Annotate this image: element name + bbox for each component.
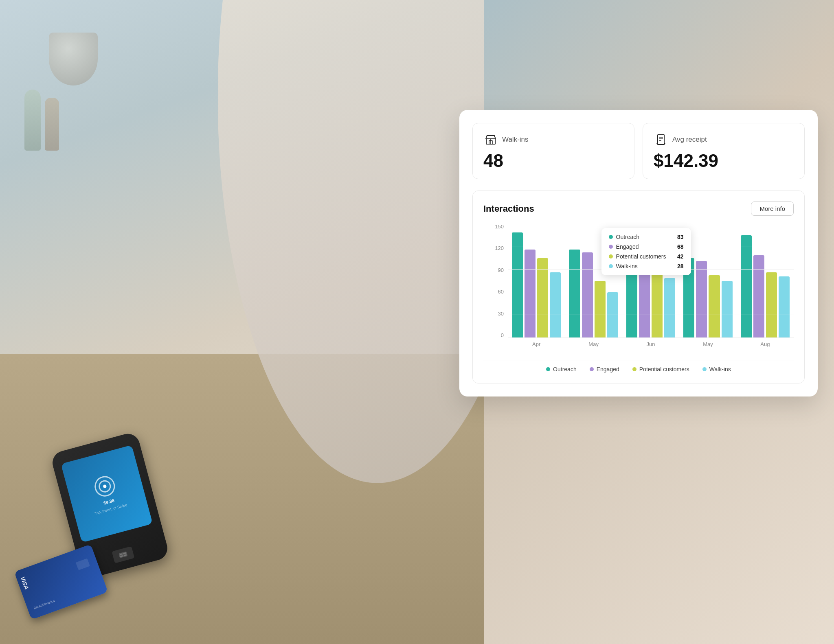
x-label-may: May <box>565 341 622 347</box>
x-label-apr: Apr <box>508 341 565 347</box>
x-label-may2: May <box>679 341 736 347</box>
interactions-header: Interactions More info <box>483 202 794 216</box>
legend-engaged-label: Engaged <box>597 366 619 372</box>
chart-tooltip: Outreach 83 Engaged 68 Potential custome… <box>601 228 691 275</box>
legend-walkins-dot <box>702 367 707 371</box>
tooltip-walkins-label: Walk-ins <box>616 263 638 269</box>
svg-rect-4 <box>658 135 664 145</box>
tooltip-engaged-value: 68 <box>677 243 684 250</box>
bar-engaged-0 <box>525 250 536 338</box>
y-label-30: 30 <box>483 311 504 316</box>
tooltip-potential: Potential customers 42 <box>609 253 684 260</box>
legend-walkins: Walk-ins <box>702 366 731 372</box>
receipt-icon <box>654 132 668 147</box>
tooltip-outreach-label: Outreach <box>616 234 640 240</box>
avg-receipt-header: Avg receipt <box>654 132 794 147</box>
legend-engaged-dot <box>590 367 594 371</box>
y-label-120: 120 <box>483 245 504 251</box>
avg-receipt-metric-card: Avg receipt $142.39 <box>643 123 805 179</box>
tooltip-potential-value: 42 <box>677 253 684 260</box>
y-label-90: 90 <box>483 267 504 273</box>
tooltip-potential-label-wrapper: Potential customers <box>609 253 677 260</box>
bar-engaged-3 <box>696 261 707 338</box>
legend-outreach-dot <box>546 367 550 371</box>
tooltip-potential-label: Potential customers <box>616 253 666 260</box>
legend-walkins-label: Walk-ins <box>709 366 731 372</box>
avg-receipt-value: $142.39 <box>654 152 794 170</box>
tooltip-walkins-dot <box>609 264 613 268</box>
y-label-0: 0 <box>483 333 504 338</box>
bar-potential-2 <box>652 272 663 338</box>
bar-outreach-1 <box>569 250 580 338</box>
x-label-aug: Aug <box>737 341 794 347</box>
legend-potential: Potential customers <box>632 366 689 372</box>
tooltip-walkins: Walk-ins 28 <box>609 263 684 269</box>
bar-group-apr0 <box>508 232 565 338</box>
tooltip-engaged-dot <box>609 245 613 249</box>
legend-potential-dot <box>632 367 636 371</box>
legend-potential-label: Potential customers <box>639 366 689 372</box>
tooltip-engaged: Engaged 68 <box>609 243 684 250</box>
walkins-value: 48 <box>483 152 623 170</box>
bar-outreach-4 <box>741 235 752 338</box>
bar-walkins-1 <box>607 292 618 338</box>
bar-potential-3 <box>709 275 720 338</box>
metrics-row: Walk-ins 48 Avg receipt <box>472 123 805 179</box>
bar-engaged-4 <box>753 255 764 338</box>
x-axis: Apr May Jun May Aug <box>483 341 794 347</box>
bar-outreach-0 <box>512 232 523 338</box>
tooltip-walkins-value: 28 <box>677 263 684 269</box>
tooltip-outreach-label-wrapper: Outreach <box>609 234 677 240</box>
y-axis: 0 30 60 90 120 150 <box>483 224 504 338</box>
legend-outreach-label: Outreach <box>553 366 577 372</box>
more-info-button[interactable]: More info <box>751 202 794 216</box>
interactions-section: Interactions More info 0 30 60 90 120 1 <box>472 191 805 383</box>
scene-photo: $9.86 Tap, Insert, or Swipe VISA BankofA… <box>0 0 484 644</box>
walkins-metric-card: Walk-ins 48 <box>472 123 634 179</box>
avg-receipt-label: Avg receipt <box>672 136 707 144</box>
tooltip-walkins-label-wrapper: Walk-ins <box>609 263 677 269</box>
bar-walkins-2 <box>664 278 675 338</box>
bar-walkins-3 <box>722 281 733 338</box>
interactions-title: Interactions <box>483 204 534 214</box>
store-icon <box>483 132 498 147</box>
tooltip-potential-dot <box>609 254 613 258</box>
chart-legend: Outreach Engaged Potential customers Wal… <box>483 361 794 372</box>
bar-potential-1 <box>595 281 606 338</box>
tooltip-outreach-dot <box>609 235 613 239</box>
bar-group-aug4 <box>737 235 794 338</box>
y-label-150: 150 <box>483 224 504 229</box>
bar-potential-4 <box>766 272 777 338</box>
bar-potential-0 <box>537 258 548 338</box>
y-label-60: 60 <box>483 289 504 294</box>
x-label-jun: Jun <box>622 341 679 347</box>
legend-outreach: Outreach <box>546 366 577 372</box>
tooltip-outreach: Outreach 83 <box>609 234 684 240</box>
bar-walkins-4 <box>779 276 790 338</box>
legend-engaged: Engaged <box>590 366 619 372</box>
walkins-label: Walk-ins <box>502 136 529 144</box>
bar-engaged-1 <box>582 252 593 338</box>
chart-container: 0 30 60 90 120 150 Outreach 83 <box>483 224 794 354</box>
bar-walkins-0 <box>550 272 561 338</box>
tooltip-engaged-label: Engaged <box>616 243 639 250</box>
tooltip-outreach-value: 83 <box>677 234 684 240</box>
walkins-header: Walk-ins <box>483 132 623 147</box>
tooltip-engaged-label-wrapper: Engaged <box>609 243 677 250</box>
dashboard-card: Walk-ins 48 Avg receipt <box>459 110 818 396</box>
